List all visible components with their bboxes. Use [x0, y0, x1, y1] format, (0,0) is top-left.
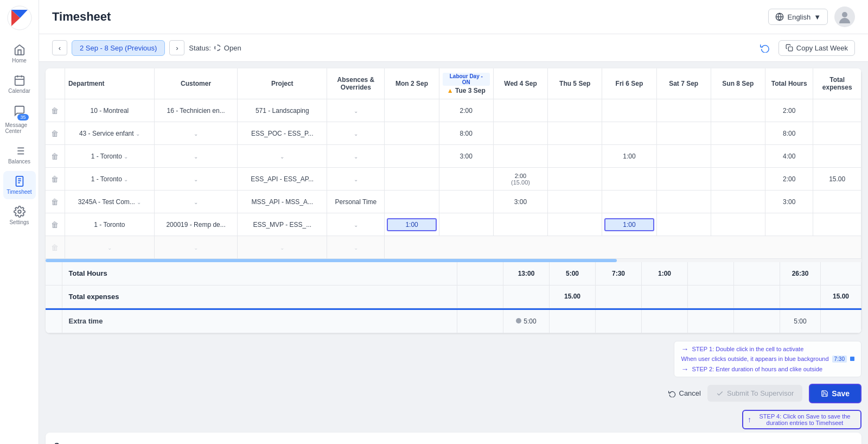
cell-r5-thu[interactable]	[548, 191, 602, 213]
step2-annotation: → STEP 2: Enter duration of hours and cl…	[681, 365, 854, 373]
abs-2[interactable]: ⌄	[327, 122, 385, 145]
submit-supervisor-button[interactable]: Submit To Supervisor	[707, 385, 802, 402]
cell-r4-mon[interactable]	[385, 168, 439, 191]
new-dept[interactable]: ⌄	[65, 236, 154, 259]
cell-r2-mon[interactable]	[385, 122, 439, 145]
delete-row-2[interactable]: 🗑	[51, 129, 59, 138]
cell-r3-thu[interactable]	[548, 145, 602, 168]
cust-4[interactable]: ⌄	[154, 168, 237, 191]
extra-fri	[642, 310, 688, 333]
delete-row-5[interactable]: 🗑	[51, 198, 59, 206]
total-r4: 2:00	[765, 168, 813, 191]
cell-r6-sun[interactable]	[711, 213, 765, 236]
new-cust[interactable]: ⌄	[154, 236, 237, 259]
copy-last-week-button[interactable]: Copy Last Week	[778, 40, 855, 56]
cell-r5-wed[interactable]: 3:00	[493, 191, 547, 213]
total-hours-wed: 5:00	[550, 262, 596, 285]
cell-r6-sat[interactable]	[656, 213, 711, 236]
cell-r5-fri[interactable]	[602, 191, 656, 213]
cell-r5-sun[interactable]	[711, 191, 765, 213]
cell-r2-sat[interactable]	[656, 122, 711, 145]
abs-1[interactable]: ⌄	[327, 99, 385, 122]
step1-annotation: → STEP 1: Double click in the cell to ac…	[681, 345, 854, 353]
sidebar-item-home[interactable]: Home	[3, 40, 36, 68]
cust-3[interactable]: ⌄	[154, 145, 237, 168]
delete-row-4[interactable]: 🗑	[51, 175, 59, 183]
cell-r1-sat[interactable]	[656, 99, 711, 122]
total-expenses-row: Total expenses 15.00 15.00	[46, 285, 861, 308]
sidebar-item-timesheet[interactable]: Timesheet	[3, 171, 36, 199]
new-proj[interactable]: ⌄	[238, 236, 327, 259]
cell-r5-tue[interactable]	[439, 191, 493, 213]
tooltip-annotation: When user clicks outside, it appears in …	[681, 356, 854, 363]
cell-r3-wed[interactable]	[493, 145, 547, 168]
cell-r3-sun[interactable]	[711, 145, 765, 168]
cell-r3-sat[interactable]	[656, 145, 711, 168]
cell-r4-thu[interactable]	[548, 168, 602, 191]
proj-3[interactable]: ⌄	[238, 145, 327, 168]
delete-row-1[interactable]: 🗑	[51, 106, 59, 115]
period-label[interactable]: 2 Sep - 8 Sep (Previous)	[72, 40, 165, 56]
sidebar-item-balances[interactable]: Balances	[3, 141, 36, 169]
delete-new-row[interactable]: 🗑	[51, 243, 59, 252]
holiday-badge: Labour Day - ON	[443, 73, 490, 86]
cancel-button[interactable]: Cancel	[668, 389, 701, 397]
proj-6: ESS_MVP - ESS_...	[238, 213, 327, 236]
next-period-button[interactable]: ›	[169, 40, 184, 55]
cell-r3-mon[interactable]	[385, 145, 439, 168]
refresh-button[interactable]	[757, 40, 773, 56]
cell-r6-fri[interactable]: 1:00	[602, 213, 656, 236]
user-avatar[interactable]	[834, 7, 855, 27]
abs-3[interactable]: ⌄	[327, 145, 385, 168]
cell-r4-sat[interactable]	[656, 168, 711, 191]
language-selector[interactable]: English ▼	[768, 9, 828, 25]
total-hours-sat	[688, 262, 734, 285]
cell-r6-mon[interactable]: 1:00	[385, 213, 439, 236]
annotation-steps: → STEP 1: Double click in the cell to ac…	[39, 340, 868, 378]
cell-r1-wed[interactable]	[493, 99, 547, 122]
cell-r3-fri[interactable]: 1:00	[602, 145, 656, 168]
cust-6: 200019 - Remp de...	[154, 213, 237, 236]
cell-r2-thu[interactable]	[548, 122, 602, 145]
cell-r6-tue[interactable]	[439, 213, 493, 236]
active-cell-mon[interactable]: 1:00	[387, 218, 436, 231]
new-abs[interactable]: ⌄	[327, 236, 385, 259]
save-button[interactable]: Save	[809, 384, 861, 403]
sidebar-item-message[interactable]: 35 Message Center	[3, 100, 36, 138]
cell-r2-wed[interactable]	[493, 122, 547, 145]
cell-r1-tue[interactable]: 2:00	[439, 99, 493, 122]
delete-row-3[interactable]: 🗑	[51, 152, 59, 161]
cell-r4-sun[interactable]	[711, 168, 765, 191]
cust-2[interactable]: ⌄	[154, 122, 237, 145]
cell-r1-thu[interactable]	[548, 99, 602, 122]
cell-r2-sun[interactable]	[711, 122, 765, 145]
cell-r1-mon[interactable]	[385, 99, 439, 122]
cell-r2-tue[interactable]: 8:00	[439, 122, 493, 145]
cell-r4-tue[interactable]	[439, 168, 493, 191]
copy-icon	[786, 44, 793, 52]
abs-4[interactable]: ⌄	[327, 168, 385, 191]
total-hours-label: Total Hours	[62, 262, 457, 285]
cell-r6-thu[interactable]	[548, 213, 602, 236]
abs-6[interactable]: ⌄	[327, 213, 385, 236]
refresh-icon	[760, 43, 770, 53]
cell-r2-fri[interactable]	[602, 122, 656, 145]
delete-row-6[interactable]: 🗑	[51, 220, 59, 229]
cell-r4-fri[interactable]	[602, 168, 656, 191]
warning-icon: ▲	[447, 87, 455, 94]
sidebar-item-calendar[interactable]: Calendar	[3, 70, 36, 98]
cell-r5-mon[interactable]	[385, 191, 439, 213]
cell-r4-wed[interactable]: 2:00(15.00)	[493, 168, 547, 191]
table-row: 🗑 43 - Service enfant ⌄ ⌄ ESS_POC - ESS_…	[46, 122, 861, 145]
prev-period-button[interactable]: ‹	[52, 40, 67, 55]
active-cell-fri[interactable]: 1:00	[604, 218, 654, 231]
cust-5[interactable]: ⌄	[154, 191, 237, 213]
cell-r1-fri[interactable]	[602, 99, 656, 122]
sidebar-item-settings[interactable]: Settings	[3, 201, 36, 230]
cell-r3-tue[interactable]: 3:00	[439, 145, 493, 168]
summary-title: Summary	[54, 441, 853, 445]
cell-r1-sun[interactable]	[711, 99, 765, 122]
cell-r5-sat[interactable]	[656, 191, 711, 213]
cell-r6-wed[interactable]	[493, 213, 547, 236]
total-r3: 4:00	[765, 145, 813, 168]
